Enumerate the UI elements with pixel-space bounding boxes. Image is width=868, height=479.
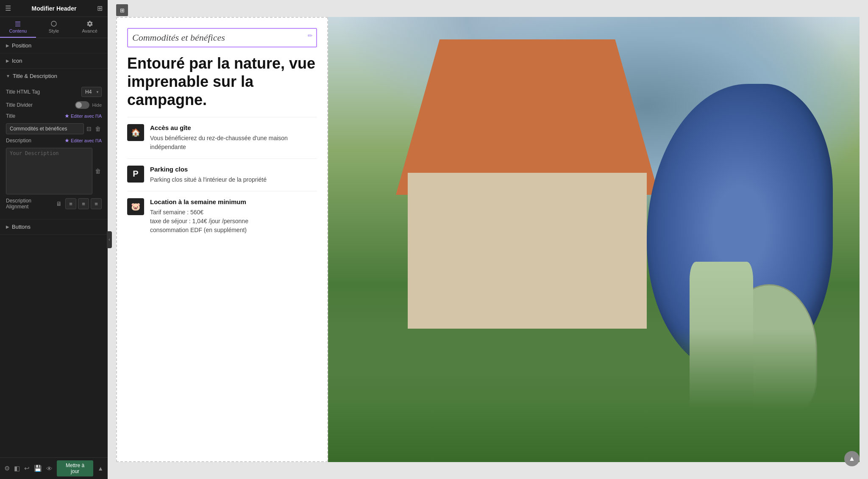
main-area: ⊞ Commodités et bénéfices ✏ Entouré par …	[108, 0, 868, 479]
feature-desc-1: Parking clos situé à l'intérieur de la p…	[150, 175, 267, 184]
tab-style[interactable]: Style	[36, 17, 72, 38]
sidebar-collapse-tab[interactable]: ‹	[107, 231, 112, 248]
history-icon[interactable]: ↩	[24, 465, 30, 472]
feature-title-0: Accès au gîte	[150, 124, 317, 131]
hamburger-icon[interactable]: ☰	[5, 4, 11, 12]
feature-desc-0: Vous bénéficierez du rez-de-chaussée d'u…	[150, 134, 317, 152]
main-heading: Entouré par la nature, vue imprenable su…	[127, 54, 317, 109]
title-field-label: Title	[6, 113, 64, 119]
section-icon-header[interactable]: ▶ Icon	[0, 53, 108, 68]
title-html-tag-select-wrapper: H4 H1 H2 H3 H5 H6	[81, 87, 102, 97]
toggle-thumb	[76, 102, 82, 108]
list-item: 🏠 Accès au gîte Vous bénéficierez du rez…	[127, 117, 317, 158]
editor-toolbar: ⊞	[116, 4, 128, 16]
description-alignment-label: Description Alignment	[6, 198, 53, 210]
title-html-tag-row: Title HTML Tag H4 H1 H2 H3 H5 H6	[6, 87, 102, 97]
garden-photo	[328, 17, 860, 462]
settings-icon[interactable]: ⚙	[4, 465, 10, 472]
chevron-down-icon: ▼	[6, 74, 10, 78]
photo-panel	[328, 17, 860, 462]
title-pencil-icon[interactable]: ✏	[308, 32, 313, 39]
title-html-tag-select[interactable]: H4 H1 H2 H3 H5 H6	[81, 87, 102, 97]
feature-desc-2: Tarif semaine : 560€ taxe de séjour : 1,…	[150, 208, 248, 235]
feature-title-1: Parking clos	[150, 166, 267, 173]
bottom-bar: ⚙ ◧ ↩ 💾 👁 Mettre à jour ▲	[0, 457, 108, 479]
section-title-description-body: Title HTML Tag H4 H1 H2 H3 H5 H6	[0, 83, 108, 219]
title-display: Commodités et bénéfices	[132, 32, 312, 43]
sidebar-header: ☰ Modifier Header ⊞	[0, 0, 108, 17]
feature-icon-home: 🏠	[127, 124, 144, 141]
title-input-row: ⊟ 🗑	[6, 123, 102, 134]
section-title-description-header[interactable]: ▼ Title & Description	[0, 69, 108, 83]
title-edit-wrapper[interactable]: Commodités et bénéfices ✏	[127, 28, 317, 47]
feature-content-2: Location à la semaine minimum Tarif sema…	[150, 198, 248, 235]
feature-icon-pig: 🐷	[127, 198, 144, 215]
feature-content-1: Parking clos Parking clos situé à l'inté…	[150, 166, 267, 184]
feature-icon-parking: P	[127, 166, 144, 183]
sidebar-title: Modifier Header	[32, 5, 77, 12]
section-position-header[interactable]: ▶ Position	[0, 38, 108, 53]
chevron-up-icon[interactable]: ▲	[97, 465, 103, 472]
title-divider-row: Title Divider Hide	[6, 101, 102, 109]
feature-title-2: Location à la semaine minimum	[150, 198, 248, 205]
description-field-row: Description Editer avec l'IA	[6, 138, 102, 144]
tab-contenu[interactable]: Contenu	[0, 17, 36, 38]
section-icon: ▶ Icon	[0, 53, 108, 69]
feature-content-0: Accès au gîte Vous bénéficierez du rez-d…	[150, 124, 317, 152]
title-field-row: Title Editer avec l'IA	[6, 113, 102, 119]
tab-avance[interactable]: Avancé	[72, 17, 108, 38]
desktop-icon[interactable]: 🖥	[56, 200, 62, 207]
toggle-track[interactable]	[75, 101, 89, 109]
update-button[interactable]: Mettre à jour	[57, 460, 93, 476]
section-title-description: ▼ Title & Description Title HTML Tag H4 …	[0, 69, 108, 219]
title-divider-toggle[interactable]: Hide	[75, 101, 102, 109]
grid-icon[interactable]: ⊞	[97, 4, 103, 12]
toggle-hide-label: Hide	[92, 102, 102, 108]
layers-icon[interactable]: ◧	[14, 465, 20, 472]
title-edit-ai-button[interactable]: Editer avec l'IA	[64, 114, 102, 119]
panel-layout-button[interactable]: ⊞	[116, 4, 128, 16]
title-html-tag-label: Title HTML Tag	[6, 89, 81, 95]
sidebar: ☰ Modifier Header ⊞ Contenu Style Avancé…	[0, 0, 108, 479]
description-textarea[interactable]	[6, 148, 92, 194]
alignment-buttons: ≡ ≡ ≡	[65, 198, 102, 209]
title-trash-icon[interactable]: 🗑	[94, 125, 102, 133]
ground-foliage	[328, 329, 860, 462]
save-icon[interactable]: 💾	[34, 465, 42, 472]
title-columns-icon[interactable]: ⊟	[86, 125, 92, 133]
description-edit-ai-button[interactable]: Editer avec l'IA	[64, 138, 102, 143]
feature-list: 🏠 Accès au gîte Vous bénéficierez du rez…	[127, 117, 317, 241]
description-alignment-row: Description Alignment 🖥 ≡ ≡ ≡	[6, 198, 102, 210]
chevron-right-icon: ▶	[6, 43, 9, 48]
description-input-row: 🗑	[6, 148, 102, 194]
section-buttons: ▶ Buttons	[0, 219, 108, 235]
title-input[interactable]	[6, 123, 84, 134]
sidebar-tabs: Contenu Style Avancé	[0, 17, 108, 38]
sidebar-content: ▶ Position ▶ Icon ▼ Title & Description …	[0, 38, 108, 460]
scroll-top-button[interactable]: ▲	[844, 451, 860, 466]
align-center-button[interactable]: ≡	[78, 198, 89, 209]
preview-icon[interactable]: 👁	[46, 465, 53, 472]
title-divider-label: Title Divider	[6, 102, 75, 108]
canvas-area: ⊞ Commodités et bénéfices ✏ Entouré par …	[108, 0, 868, 479]
align-right-button[interactable]: ≡	[91, 198, 102, 209]
wall-element	[408, 173, 647, 329]
list-item: P Parking clos Parking clos situé à l'in…	[127, 158, 317, 191]
description-field-label: Description	[6, 138, 64, 144]
editor-panel: ⊞ Commodités et bénéfices ✏ Entouré par …	[116, 17, 328, 462]
list-item: 🐷 Location à la semaine minimum Tarif se…	[127, 191, 317, 241]
description-trash-icon[interactable]: 🗑	[94, 167, 102, 175]
section-position: ▶ Position	[0, 38, 108, 53]
editor-panel-inner: Commodités et bénéfices ✏ Entouré par la…	[117, 18, 327, 461]
chevron-right-icon-3: ▶	[6, 224, 9, 229]
chevron-right-icon-2: ▶	[6, 58, 9, 63]
section-buttons-header[interactable]: ▶ Buttons	[0, 219, 108, 234]
align-left-button[interactable]: ≡	[65, 198, 76, 209]
